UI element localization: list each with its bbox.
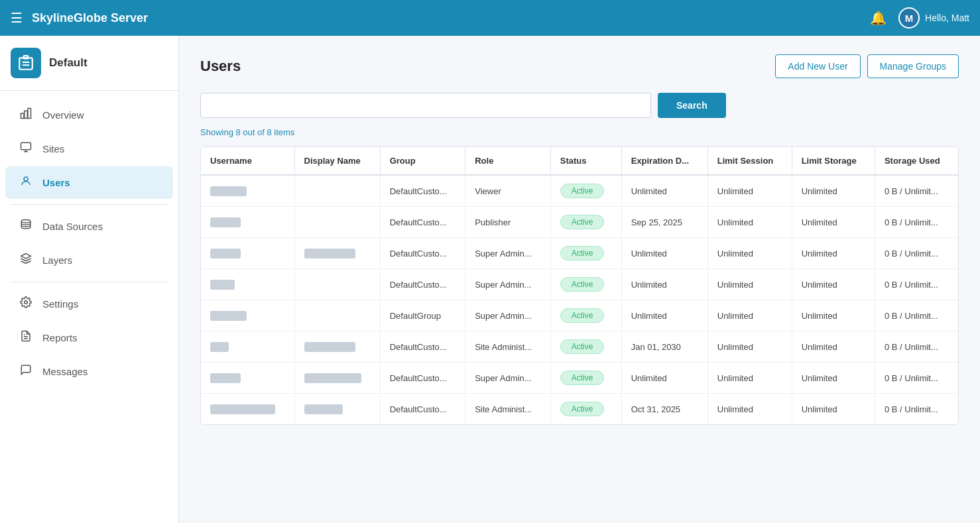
sidebar-item-users[interactable]: Users: [5, 166, 173, 199]
table-cell: Unlimited: [707, 363, 792, 394]
table-cell: ████ ██: [294, 394, 380, 425]
svg-rect-1: [19, 58, 32, 69]
table-cell: ████████@...: [201, 394, 294, 425]
users-table-container: Username Display Name Group Role Status …: [200, 146, 959, 425]
col-limit-storage: Limit Storage: [792, 147, 875, 175]
table-cell: Unlimited: [707, 331, 792, 363]
table-cell: Active: [550, 207, 621, 238]
table-cell: Unlimited: [621, 238, 707, 269]
table-cell: Active: [550, 238, 621, 269]
sidebar-item-layers[interactable]: Layers: [5, 244, 173, 276]
table-cell: Super Admin...: [465, 363, 551, 394]
table-row[interactable]: █████████ █████DefaultCusto...Super Admi…: [201, 363, 958, 394]
search-button[interactable]: Search: [658, 93, 726, 118]
sidebar-item-messages[interactable]: Messages: [5, 355, 173, 388]
sidebar-item-overview[interactable]: Overview: [5, 99, 173, 131]
table-cell: Unlimited: [792, 363, 875, 394]
messages-icon: [19, 364, 33, 379]
table-row[interactable]: █████████ ████DefaultCusto...Super Admin…: [201, 238, 958, 269]
sidebar-label-messages: Messages: [42, 366, 88, 377]
sidebar-item-data-sources[interactable]: Data Sources: [5, 210, 173, 243]
table-cell: ████ ████: [294, 331, 380, 363]
table-cell: Unlimited: [707, 269, 792, 300]
table-cell: Unlimited: [621, 300, 707, 331]
table-row[interactable]: ████DefaultCusto...Super Admin...ActiveU…: [201, 269, 958, 300]
table-cell: 0 B / Unlimit...: [875, 331, 958, 363]
avatar: M: [898, 7, 920, 29]
table-cell: DefaultCusto...: [380, 269, 465, 300]
table-row[interactable]: ████████@...████ ██DefaultCusto...Site A…: [201, 394, 958, 425]
search-bar: Search: [200, 93, 959, 118]
user-menu[interactable]: M Hello, Matt: [898, 7, 969, 29]
settings-icon: [19, 296, 33, 312]
brand-icon: [11, 48, 41, 78]
table-cell: Unlimited: [707, 238, 792, 269]
sidebar-label-data-sources: Data Sources: [42, 221, 103, 232]
table-cell: DefaultGroup: [380, 300, 465, 331]
bell-icon[interactable]: 🔔: [870, 10, 887, 26]
content-header: Users Add New User Manage Groups: [200, 54, 959, 78]
hamburger-icon[interactable]: ☰: [11, 10, 23, 26]
table-cell: Unlimited: [707, 175, 792, 207]
sidebar-item-settings[interactable]: Settings: [5, 288, 173, 320]
table-header-row: Username Display Name Group Role Status …: [201, 147, 958, 175]
table-cell: Unlimited: [792, 207, 875, 238]
sidebar-brand: Default: [0, 36, 178, 91]
header-buttons: Add New User Manage Groups: [775, 54, 959, 78]
col-status: Status: [550, 147, 621, 175]
table-cell: Active: [550, 394, 621, 425]
svg-point-10: [24, 177, 28, 181]
col-display-name: Display Name: [294, 147, 380, 175]
sites-icon: [19, 141, 33, 156]
table-cell: ████ █████: [294, 363, 380, 394]
table-cell: Viewer: [465, 175, 551, 207]
search-input[interactable]: [200, 93, 651, 118]
table-cell: 0 B / Unlimit...: [875, 175, 958, 207]
add-new-user-button[interactable]: Add New User: [775, 54, 860, 78]
table-row[interactable]: ███████ ████DefaultCusto...Site Administ…: [201, 331, 958, 363]
table-cell: 0 B / Unlimit...: [875, 300, 958, 331]
table-cell: Active: [550, 363, 621, 394]
overview-icon: [19, 107, 33, 123]
sidebar-item-sites[interactable]: Sites: [5, 133, 173, 165]
table-cell: Publisher: [465, 207, 551, 238]
table-cell: ██████: [201, 300, 294, 331]
table-cell: Active: [550, 175, 621, 207]
table-cell: ██████: [201, 175, 294, 207]
table-cell: Super Admin...: [465, 269, 551, 300]
svg-rect-5: [25, 111, 28, 118]
table-cell: DefaultCusto...: [380, 238, 465, 269]
table-cell: ███: [201, 331, 294, 363]
table-cell: Unlimited: [707, 300, 792, 331]
manage-groups-button[interactable]: Manage Groups: [867, 54, 959, 78]
table-cell: █████: [201, 207, 294, 238]
table-cell: Unlimited: [621, 175, 707, 207]
users-table: Username Display Name Group Role Status …: [201, 147, 958, 424]
table-cell: Active: [550, 331, 621, 363]
table-cell: [294, 207, 380, 238]
table-cell: [294, 269, 380, 300]
table-cell: Jan 01, 2030: [621, 331, 707, 363]
table-cell: 0 B / Unlimit...: [875, 269, 958, 300]
app-title: SkylineGlobe Server: [32, 11, 870, 25]
table-cell: Unlimited: [792, 238, 875, 269]
sidebar-label-users: Users: [42, 177, 70, 188]
table-cell: Sep 25, 2025: [621, 207, 707, 238]
table-cell: DefaultCusto...: [380, 207, 465, 238]
table-body: ██████DefaultCusto...ViewerActiveUnlimit…: [201, 175, 958, 424]
table-row[interactable]: ██████DefaultGroupSuper Admin...ActiveUn…: [201, 300, 958, 331]
table-cell: Unlimited: [621, 269, 707, 300]
table-cell: Oct 31, 2025: [621, 394, 707, 425]
table-cell: Unlimited: [792, 269, 875, 300]
table-cell: Unlimited: [707, 394, 792, 425]
sidebar-divider-1: [11, 204, 168, 205]
col-group: Group: [380, 147, 465, 175]
col-role: Role: [465, 147, 551, 175]
sidebar-label-sites: Sites: [42, 143, 64, 154]
table-row[interactable]: █████DefaultCusto...PublisherActiveSep 2…: [201, 207, 958, 238]
col-storage-used: Storage Used: [875, 147, 958, 175]
sidebar-item-reports[interactable]: Reports: [5, 321, 173, 354]
sidebar-nav: Overview Sites Users: [0, 91, 178, 523]
table-row[interactable]: ██████DefaultCusto...ViewerActiveUnlimit…: [201, 175, 958, 207]
table-cell: Unlimited: [707, 207, 792, 238]
